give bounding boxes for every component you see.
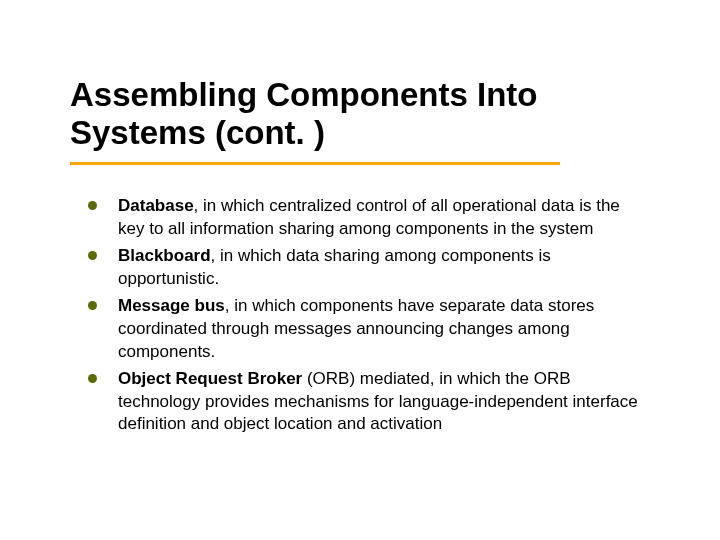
list-item: Object Request Broker (ORB) mediated, in… bbox=[70, 368, 650, 437]
list-item: Message bus, in which components have se… bbox=[70, 295, 650, 364]
list-item-strong: Database bbox=[118, 196, 194, 215]
bullet-icon bbox=[88, 251, 97, 260]
list-item-text: , in which centralized control of all op… bbox=[118, 196, 620, 238]
bullet-list: Database, in which centralized control o… bbox=[70, 195, 650, 436]
list-item-strong: Message bus bbox=[118, 296, 225, 315]
page-title: Assembling Components Into Systems (cont… bbox=[70, 76, 650, 152]
bullet-icon bbox=[88, 301, 97, 310]
slide: Assembling Components Into Systems (cont… bbox=[0, 0, 720, 540]
list-item: Database, in which centralized control o… bbox=[70, 195, 650, 241]
title-underline bbox=[70, 162, 560, 165]
bullet-icon bbox=[88, 201, 97, 210]
list-item-strong: Object Request Broker bbox=[118, 369, 302, 388]
list-item-strong: Blackboard bbox=[118, 246, 211, 265]
bullet-icon bbox=[88, 374, 97, 383]
content-body: Database, in which centralized control o… bbox=[70, 195, 650, 440]
list-item: Blackboard, in which data sharing among … bbox=[70, 245, 650, 291]
